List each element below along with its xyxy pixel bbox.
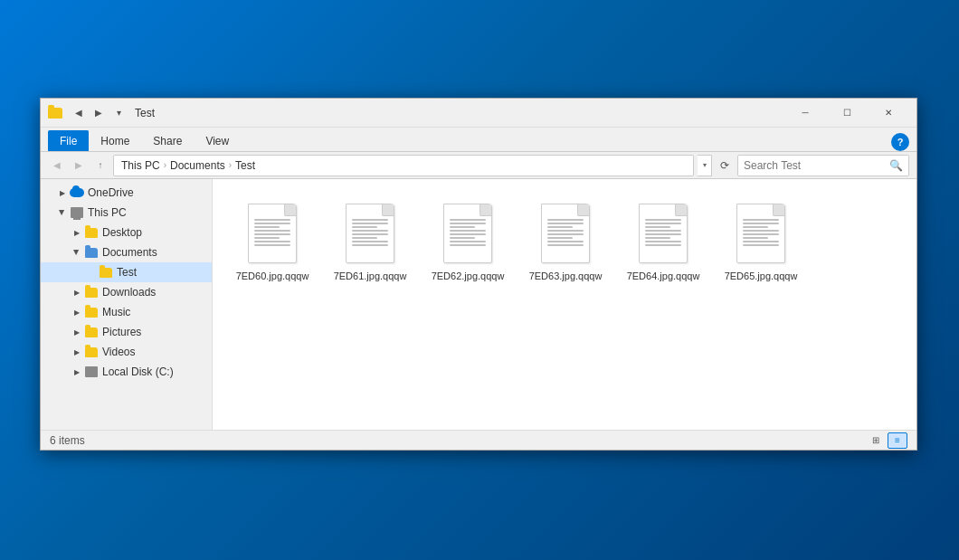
sidebar-label-pictures: Pictures — [102, 326, 208, 338]
tab-home[interactable]: Home — [89, 130, 141, 151]
sidebar-item-pictures[interactable]: ▶ Pictures — [41, 322, 212, 342]
tab-share[interactable]: Share — [141, 130, 194, 151]
sidebar-item-documents[interactable]: ▶ Documents — [41, 242, 212, 262]
help-button[interactable]: ? — [891, 133, 909, 151]
file-item-file4[interactable]: 7ED63.jpg.qqqw — [520, 194, 611, 289]
pictures-folder-icon — [84, 325, 99, 339]
ribbon-tabs: File Home Share View ? — [41, 128, 916, 151]
music-folder-icon — [84, 305, 99, 319]
sidebar-item-downloads[interactable]: ▶ Downloads — [41, 282, 212, 302]
address-bar: ◀ ▶ ↑ This PC › Documents › Test ▾ ⟳ 🔍 — [41, 152, 916, 179]
up-button[interactable]: ↑ — [91, 157, 109, 175]
sidebar-item-desktop[interactable]: ▶ Desktop — [41, 223, 212, 242]
file-icon-file4 — [536, 201, 594, 266]
file-label-file5: 7ED64.jpg.qqqw — [627, 270, 700, 282]
path-this-pc: This PC — [121, 159, 160, 172]
back-button[interactable]: ◀ — [48, 157, 66, 175]
forward-button[interactable]: ▶ — [70, 157, 88, 175]
sidebar-label-localdisk: Local Disk (C:) — [102, 365, 208, 378]
sidebar-label-test: Test — [117, 266, 208, 279]
view-buttons: ⊞ ≡ — [866, 432, 907, 449]
desktop-folder-icon — [84, 225, 99, 240]
grid-view-button[interactable]: ⊞ — [866, 432, 886, 449]
folder-icon-title — [48, 106, 62, 120]
file-label-file6: 7ED65.jpg.qqqw — [725, 270, 798, 282]
path-test: Test — [235, 159, 255, 172]
computer-icon — [70, 205, 84, 220]
sidebar-item-thispc[interactable]: ▶ This PC — [41, 203, 212, 223]
expand-arrow-pictures: ▶ — [70, 325, 84, 339]
sidebar-label-music: Music — [102, 306, 208, 318]
status-bar: 6 items ⊞ ≡ — [41, 430, 916, 450]
expand-arrow-thispc: ▶ — [55, 205, 70, 220]
expand-arrow-music: ▶ — [70, 305, 84, 319]
file-item-file5[interactable]: 7ED64.jpg.qqqw — [618, 194, 708, 289]
file-item-file6[interactable]: 7ED65.jpg.qqqw — [716, 194, 806, 289]
expand-arrow-documents: ▶ — [70, 245, 84, 260]
file-item-file3[interactable]: 7ED62.jpg.qqqw — [423, 194, 513, 289]
item-count: 6 items — [50, 434, 866, 447]
test-folder-icon — [99, 265, 113, 280]
file-label-file2: 7ED61.jpg.qqqw — [334, 270, 407, 282]
expand-arrow-onedrive: ▶ — [55, 185, 70, 200]
onedrive-icon — [70, 185, 84, 200]
disk-icon — [84, 365, 99, 379]
window-title: Test — [135, 107, 784, 119]
file-icon-file3 — [439, 201, 497, 266]
file-icon-file5 — [634, 201, 692, 266]
explorer-window: ◀ ▶ ▾ Test ─ ☐ ✕ File Home Share View ? … — [40, 98, 917, 451]
sidebar-label-downloads: Downloads — [102, 286, 208, 299]
expand-arrow-localdisk: ▶ — [70, 365, 84, 379]
file-icon-file6 — [732, 201, 790, 266]
sidebar: ▶ OneDrive ▶ This PC ▶ Deskto — [41, 179, 213, 430]
sidebar-label-onedrive: OneDrive — [88, 186, 208, 199]
quick-access-toolbar: ◀ ▶ ▾ — [48, 104, 128, 122]
downloads-folder-icon — [84, 285, 99, 299]
content-area: 7ED60.jpg.qqqw7ED61.jpg.qqqw7ED62.jpg.qq… — [213, 179, 916, 430]
address-path[interactable]: This PC › Documents › Test — [113, 155, 694, 176]
sidebar-label-documents: Documents — [102, 246, 208, 259]
tab-file[interactable]: File — [48, 130, 89, 151]
minimize-button[interactable]: ─ — [784, 99, 826, 128]
sidebar-label-desktop: Desktop — [102, 226, 208, 239]
quick-access-dropdown[interactable]: ▾ — [109, 104, 128, 122]
expand-arrow-downloads: ▶ — [70, 285, 84, 299]
title-bar: ◀ ▶ ▾ Test ─ ☐ ✕ — [41, 99, 916, 128]
tab-view[interactable]: View — [194, 130, 241, 151]
videos-folder-icon — [84, 345, 99, 359]
search-box: 🔍 — [737, 155, 909, 176]
file-icon-file1 — [243, 201, 301, 266]
file-label-file1: 7ED60.jpg.qqqw — [236, 270, 309, 282]
sidebar-label-thispc: This PC — [88, 206, 208, 219]
sidebar-item-localdisk[interactable]: ▶ Local Disk (C:) — [41, 362, 212, 382]
close-button[interactable]: ✕ — [868, 99, 909, 128]
main-area: ▶ OneDrive ▶ This PC ▶ Deskto — [41, 179, 916, 430]
file-item-file2[interactable]: 7ED61.jpg.qqqw — [325, 194, 415, 289]
search-icon[interactable]: 🔍 — [889, 159, 903, 172]
sidebar-item-videos[interactable]: ▶ Videos — [41, 342, 212, 362]
documents-folder-icon — [84, 245, 99, 260]
window-controls: ─ ☐ ✕ — [784, 99, 909, 128]
search-input[interactable] — [744, 159, 889, 172]
path-documents: Documents — [170, 159, 225, 172]
expand-arrow-desktop: ▶ — [70, 225, 84, 240]
file-item-file1[interactable]: 7ED60.jpg.qqqw — [227, 194, 318, 289]
sidebar-item-onedrive[interactable]: ▶ OneDrive — [41, 183, 212, 203]
refresh-button[interactable]: ⟳ — [716, 157, 734, 175]
ribbon: File Home Share View ? — [41, 128, 916, 152]
sidebar-item-music[interactable]: ▶ Music — [41, 302, 212, 322]
address-dropdown[interactable]: ▾ — [698, 155, 712, 176]
maximize-button[interactable]: ☐ — [826, 99, 868, 128]
quick-access-btn-2[interactable]: ▶ — [90, 104, 108, 122]
sidebar-item-test[interactable]: ▶ Test — [41, 262, 212, 282]
file-label-file3: 7ED62.jpg.qqqw — [432, 270, 505, 282]
expand-arrow-videos: ▶ — [70, 345, 84, 359]
list-view-button[interactable]: ≡ — [888, 432, 907, 449]
sidebar-label-videos: Videos — [102, 346, 208, 358]
file-label-file4: 7ED63.jpg.qqqw — [529, 270, 603, 282]
quick-access-btn-1[interactable]: ◀ — [70, 104, 88, 122]
file-icon-file2 — [341, 201, 399, 266]
